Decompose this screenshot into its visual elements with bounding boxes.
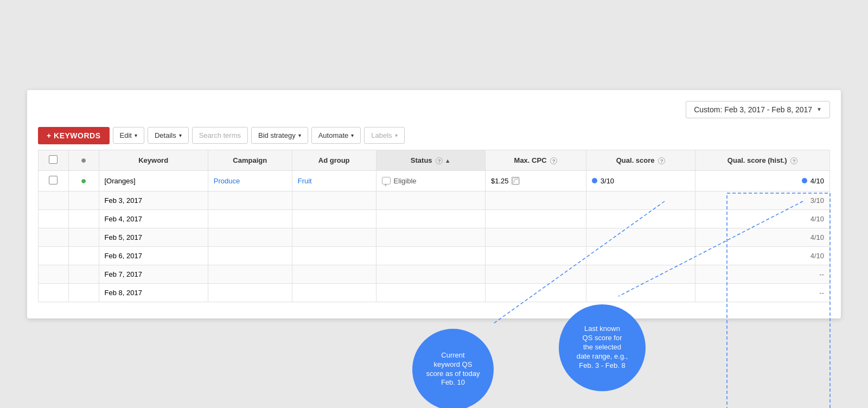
- status-chat-icon: [382, 177, 391, 184]
- date-qs-hist-value: --: [819, 289, 824, 297]
- row-qualscore-cell: 3/10: [586, 170, 695, 191]
- date-status-cell: [376, 191, 485, 209]
- th-adgroup-label: Ad group: [318, 156, 350, 164]
- header-checkbox[interactable]: [49, 155, 58, 164]
- automate-label: Automate: [318, 131, 349, 139]
- date-value: Feb 7, 2017: [105, 270, 142, 278]
- date-qs-hist-value: --: [819, 270, 824, 278]
- qualscorehistx-value: 4/10: [810, 177, 824, 185]
- search-terms-button[interactable]: Search terms: [192, 127, 248, 144]
- date-range-arrow-icon: ▼: [816, 106, 822, 112]
- th-status[interactable]: Status ? ▲: [376, 150, 485, 170]
- date-check-cell: [39, 191, 69, 209]
- toolbar: + KEYWORDS Edit ▾ Details ▾ Search terms…: [38, 127, 830, 150]
- svg-rect-0: [513, 178, 519, 184]
- qualscorehistx-dot-icon: [802, 178, 807, 183]
- qualscore-value: 3/10: [601, 177, 614, 185]
- th-campaign[interactable]: Campaign: [208, 150, 292, 170]
- labels-caret-icon: ▾: [395, 132, 398, 138]
- th-maxcpc[interactable]: Max. CPC ?: [485, 150, 586, 170]
- bubble-current-qs-text: Currentkeyword QSscore as of todayFeb. 1…: [426, 351, 480, 388]
- th-maxcpc-label: Max. CPC: [514, 156, 547, 164]
- header-dot-icon: ●: [81, 155, 87, 165]
- date-dot-cell: [68, 191, 99, 209]
- date-value: Feb 4, 2017: [105, 215, 142, 223]
- th-keyword[interactable]: Keyword: [99, 150, 208, 170]
- th-campaign-label: Campaign: [233, 156, 267, 164]
- keywords-table: ● Keyword Campaign Ad group Status: [38, 150, 830, 302]
- keyword-value: [Oranges]: [105, 177, 136, 185]
- date-qs-hist-value: 4/10: [810, 233, 824, 241]
- bid-strategy-caret-icon: ▾: [298, 132, 301, 138]
- date-qualscorehistx-cell: 3/10: [695, 191, 830, 209]
- row-checkbox-cell[interactable]: [39, 170, 69, 191]
- row-maxcpc-cell: $1.25: [485, 170, 586, 191]
- date-value: Feb 3, 2017: [105, 196, 142, 205]
- campaign-link[interactable]: Produce: [214, 177, 240, 185]
- active-dot-icon: ●: [81, 175, 87, 186]
- bid-strategy-button[interactable]: Bid strategy ▾: [251, 127, 308, 144]
- edit-label: Edit: [120, 131, 132, 139]
- th-qualscorehistx[interactable]: Qual. score (hist.) ?: [695, 150, 830, 170]
- table-row: Feb 8, 2017 --: [39, 283, 830, 302]
- adgroup-link[interactable]: Fruit: [298, 177, 312, 185]
- automate-button[interactable]: Automate ▾: [311, 127, 361, 144]
- date-qs-hist-value: 4/10: [810, 215, 824, 223]
- date-value: Feb 6, 2017: [105, 252, 142, 260]
- th-keyword-label: Keyword: [138, 156, 168, 164]
- keywords-label: + KEYWORDS: [47, 131, 101, 140]
- status-help-icon[interactable]: ?: [436, 157, 443, 164]
- table-row: ● [Oranges] Produce Fruit: [39, 170, 830, 191]
- table-header-row: ● Keyword Campaign Ad group Status: [39, 150, 830, 170]
- search-terms-label: Search terms: [199, 131, 241, 139]
- table-row: Feb 6, 2017 4/10: [39, 246, 830, 265]
- table-row: Feb 5, 2017 4/10: [39, 228, 830, 246]
- labels-label: Labels: [371, 131, 392, 139]
- row-adgroup-cell[interactable]: Fruit: [292, 170, 376, 191]
- date-range-label: Custom: Feb 3, 2017 - Feb 8, 2017: [694, 105, 812, 114]
- main-card: Custom: Feb 3, 2017 - Feb 8, 2017 ▼ + KE…: [27, 90, 841, 318]
- date-qualscore-cell: [586, 191, 695, 209]
- row-checkbox[interactable]: [49, 176, 58, 184]
- table-row: Feb 7, 2017 --: [39, 265, 830, 283]
- qualscorehistx-help-icon[interactable]: ?: [790, 157, 797, 164]
- row-keyword-cell: [Oranges]: [99, 170, 208, 191]
- top-bar: Custom: Feb 3, 2017 - Feb 8, 2017 ▼: [38, 101, 830, 118]
- maxcpc-value: $1.25: [491, 177, 509, 185]
- date-maxcpc-cell: [485, 191, 586, 209]
- th-qualscore-label: Qual. score: [616, 156, 655, 164]
- maxcpc-help-icon[interactable]: ?: [550, 157, 557, 164]
- date-keyword-cell: Feb 3, 2017: [99, 191, 208, 209]
- table-row: Feb 4, 2017 4/10: [39, 209, 830, 228]
- th-qualscore[interactable]: Qual. score ?: [586, 150, 695, 170]
- edit-button[interactable]: Edit ▾: [113, 127, 144, 144]
- details-caret-icon: ▾: [179, 132, 182, 138]
- bubble-last-known-qs: Last knownQS score forthe selecteddate r…: [559, 304, 646, 391]
- bubble-current-qs: Currentkeyword QSscore as of todayFeb. 1…: [412, 329, 494, 409]
- th-adgroup[interactable]: Ad group: [292, 150, 376, 170]
- th-qualscorehistx-label: Qual. score (hist.): [727, 156, 787, 164]
- edit-caret-icon: ▾: [135, 132, 137, 138]
- date-qs-hist-value: 4/10: [810, 252, 824, 260]
- bubble-last-known-qs-text: Last knownQS score forthe selecteddate r…: [577, 324, 628, 370]
- table-overlay-container: ● Keyword Campaign Ad group Status: [38, 150, 830, 302]
- date-qs-hist-value: 3/10: [810, 196, 824, 205]
- sort-ascending-icon[interactable]: ▲: [445, 157, 451, 164]
- qualscore-dot-icon: [592, 178, 597, 183]
- details-label: Details: [155, 131, 176, 139]
- date-range-button[interactable]: Custom: Feb 3, 2017 - Feb 8, 2017 ▼: [686, 101, 830, 118]
- row-qualscorehistx-cell: 4/10: [695, 170, 830, 191]
- table-row: Feb 3, 2017 3/10: [39, 191, 830, 209]
- qualscore-help-icon[interactable]: ?: [658, 157, 665, 164]
- edit-cpc-icon[interactable]: [512, 177, 519, 184]
- date-value: Feb 5, 2017: [105, 233, 142, 241]
- status-value: Eligible: [394, 177, 417, 185]
- row-campaign-cell[interactable]: Produce: [208, 170, 292, 191]
- table-wrapper: ● Keyword Campaign Ad group Status: [38, 150, 830, 302]
- details-button[interactable]: Details ▾: [148, 127, 189, 144]
- labels-button[interactable]: Labels ▾: [364, 127, 404, 144]
- row-status-cell: Eligible: [376, 170, 485, 191]
- th-checkbox[interactable]: [39, 150, 69, 170]
- automate-caret-icon: ▾: [351, 132, 354, 138]
- keywords-button[interactable]: + KEYWORDS: [38, 127, 110, 144]
